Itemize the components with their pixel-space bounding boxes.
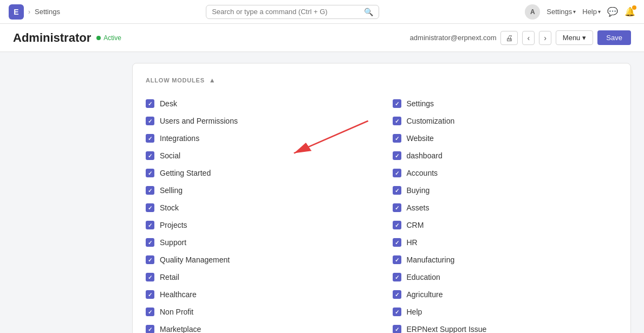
module-label: Help bbox=[407, 308, 422, 316]
module-label: dashboard bbox=[407, 151, 443, 160]
list-item: Customization bbox=[393, 112, 618, 130]
module-label: Retail bbox=[160, 273, 179, 281]
list-item: Manufacturing bbox=[393, 251, 618, 268]
list-item: Getting Started bbox=[146, 164, 371, 182]
module-checkbox[interactable] bbox=[146, 325, 154, 333]
module-checkbox[interactable] bbox=[393, 151, 401, 160]
list-item: Marketplace bbox=[146, 321, 371, 333]
module-label: Buying bbox=[407, 186, 430, 195]
help-menu[interactable]: Help▾ bbox=[582, 8, 601, 16]
module-label: Education bbox=[407, 273, 440, 281]
search-box[interactable]: 🔍 bbox=[206, 5, 379, 19]
list-item: HR bbox=[393, 234, 618, 251]
module-label: Assets bbox=[407, 203, 430, 212]
search-icon: 🔍 bbox=[364, 8, 373, 16]
list-item: Assets bbox=[393, 199, 618, 216]
collapse-icon[interactable]: ▲ bbox=[209, 76, 216, 84]
avatar[interactable]: A bbox=[525, 4, 540, 20]
list-item: Users and Permissions bbox=[146, 112, 371, 130]
module-checkbox[interactable] bbox=[146, 273, 154, 281]
module-checkbox[interactable] bbox=[393, 273, 401, 281]
module-checkbox[interactable] bbox=[146, 134, 154, 143]
module-label: Agriculture bbox=[407, 290, 443, 299]
module-label: Website bbox=[407, 134, 434, 143]
modules-card: ALLOW MODULES ▲ DeskUsers and Permission… bbox=[132, 63, 631, 333]
module-checkbox[interactable] bbox=[393, 134, 401, 143]
next-button[interactable]: › bbox=[539, 31, 551, 45]
title-area: Administrator Active bbox=[13, 31, 121, 45]
module-checkbox[interactable] bbox=[146, 308, 154, 316]
settings-menu[interactable]: Settings▾ bbox=[547, 8, 576, 16]
module-checkbox[interactable] bbox=[146, 203, 154, 212]
module-label: Quality Management bbox=[160, 255, 230, 264]
page-header: Administrator Active administrator@erpne… bbox=[0, 24, 644, 52]
module-checkbox[interactable] bbox=[393, 255, 401, 264]
module-label: Desk bbox=[160, 99, 177, 108]
module-checkbox[interactable] bbox=[146, 117, 154, 125]
search-area: 🔍 bbox=[64, 5, 521, 19]
module-checkbox[interactable] bbox=[393, 186, 401, 195]
prev-button[interactable]: ‹ bbox=[522, 31, 535, 45]
module-checkbox[interactable] bbox=[393, 290, 401, 299]
module-checkbox[interactable] bbox=[393, 221, 401, 229]
module-label: Projects bbox=[160, 221, 187, 229]
list-item: Integrations bbox=[146, 130, 371, 147]
module-label: Healthcare bbox=[160, 290, 197, 299]
module-checkbox[interactable] bbox=[393, 169, 401, 177]
module-label: Settings bbox=[407, 99, 434, 108]
breadcrumb-settings[interactable]: Settings bbox=[35, 8, 60, 16]
module-label: Stock bbox=[160, 203, 179, 212]
module-checkbox[interactable] bbox=[146, 238, 154, 247]
module-checkbox[interactable] bbox=[393, 117, 401, 125]
module-checkbox[interactable] bbox=[393, 308, 401, 316]
list-item: Selling bbox=[146, 182, 371, 199]
modules-grid: DeskUsers and PermissionsIntegrationsSoc… bbox=[146, 95, 617, 333]
module-label: Users and Permissions bbox=[160, 117, 238, 125]
module-label: CRM bbox=[407, 221, 424, 229]
module-checkbox[interactable] bbox=[146, 290, 154, 299]
module-label: Manufacturing bbox=[407, 255, 455, 264]
list-item: Non Profit bbox=[146, 303, 371, 321]
menu-button[interactable]: Menu▾ bbox=[556, 30, 594, 45]
notification-icon[interactable]: 🔔 bbox=[625, 7, 635, 17]
list-item: Stock bbox=[146, 199, 371, 216]
module-label: Integrations bbox=[160, 134, 199, 143]
module-checkbox[interactable] bbox=[146, 255, 154, 264]
module-label: Customization bbox=[407, 117, 455, 125]
list-item: Settings bbox=[393, 95, 618, 112]
navbar: E › Settings 🔍 A Settings▾ Help▾ 💬 🔔 bbox=[0, 0, 644, 24]
section-title: ALLOW MODULES bbox=[146, 77, 205, 84]
notification-dot bbox=[632, 5, 636, 10]
navbar-right: A Settings▾ Help▾ 💬 🔔 bbox=[525, 4, 635, 20]
list-item: Quality Management bbox=[146, 251, 371, 268]
list-item: Projects bbox=[146, 216, 371, 234]
list-item: Agriculture bbox=[393, 286, 618, 303]
module-checkbox[interactable] bbox=[393, 203, 401, 212]
search-input[interactable] bbox=[212, 8, 361, 16]
module-checkbox[interactable] bbox=[146, 99, 154, 108]
print-button[interactable]: 🖨 bbox=[500, 31, 518, 45]
module-checkbox[interactable] bbox=[393, 325, 401, 333]
modules-left-column: DeskUsers and PermissionsIntegrationsSoc… bbox=[146, 95, 371, 333]
save-button[interactable]: Save bbox=[597, 30, 631, 45]
module-label: Social bbox=[160, 151, 180, 160]
list-item: Social bbox=[146, 147, 371, 164]
module-checkbox[interactable] bbox=[146, 169, 154, 177]
list-item: Retail bbox=[146, 268, 371, 286]
module-label: Accounts bbox=[407, 169, 438, 177]
chat-icon[interactable]: 💬 bbox=[607, 7, 618, 17]
module-checkbox[interactable] bbox=[393, 99, 401, 108]
list-item: CRM bbox=[393, 216, 618, 234]
module-label: Selling bbox=[160, 186, 183, 195]
list-item: dashboard bbox=[393, 147, 618, 164]
module-checkbox[interactable] bbox=[146, 151, 154, 160]
module-checkbox[interactable] bbox=[146, 221, 154, 229]
module-checkbox[interactable] bbox=[146, 186, 154, 195]
status-dot bbox=[96, 36, 101, 40]
header-actions: administrator@erpnext.com 🖨 ‹ › Menu▾ Sa… bbox=[410, 30, 631, 45]
list-item: Healthcare bbox=[146, 286, 371, 303]
module-checkbox[interactable] bbox=[393, 238, 401, 247]
breadcrumb-chevron: › bbox=[28, 8, 30, 16]
brand-logo[interactable]: E bbox=[9, 4, 24, 20]
list-item: Support bbox=[146, 234, 371, 251]
